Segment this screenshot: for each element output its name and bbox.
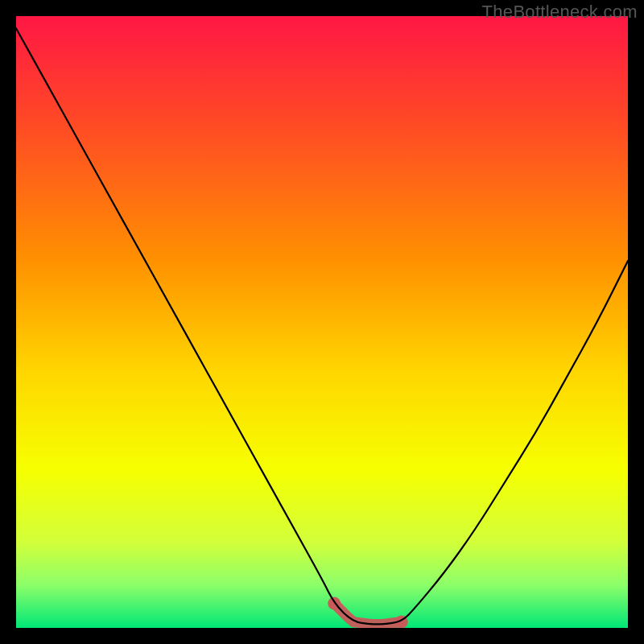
chart-frame: TheBottleneck.com — [0, 0, 644, 644]
gradient-background — [16, 16, 628, 628]
chart-svg — [16, 16, 628, 628]
watermark-text: TheBottleneck.com — [482, 2, 638, 23]
plot-area — [16, 16, 628, 628]
